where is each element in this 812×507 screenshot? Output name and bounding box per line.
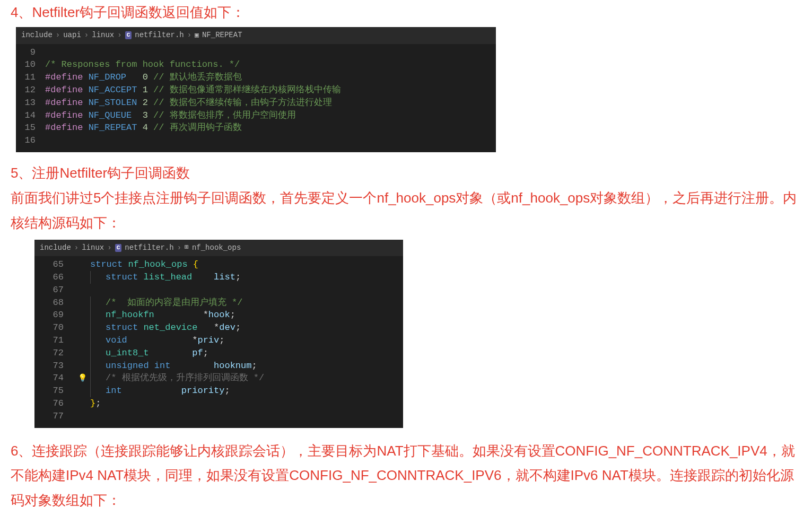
code-content-1[interactable]: 910/* Responses from hook functions. */1… (16, 44, 496, 152)
line-number: 72 (34, 347, 74, 360)
code-text[interactable]: /* Responses from hook functions. */ (45, 58, 496, 71)
line-number: 73 (34, 360, 74, 372)
code-line[interactable]: 15#define NF_REPEAT 4 // 再次调用钩子函数 (16, 121, 496, 134)
line-number: 69 (34, 309, 74, 321)
code-line[interactable]: 67 (34, 284, 403, 296)
code-line[interactable]: 13#define NF_STOLEN 2 // 数据包不继续传输，由钩子方法进… (16, 97, 496, 109)
line-number: 74 (34, 372, 74, 384)
section6-paragraph: 6、连接跟踪（连接跟踪能够让内核跟踪会话），主要目标为NAT打下基础。如果没有设… (11, 439, 801, 507)
line-number: 66 (34, 271, 74, 284)
line-number: 10 (16, 58, 45, 71)
breadcrumb-symbol[interactable]: NF_REPEAT (202, 30, 242, 41)
chevron-right-icon: › (107, 243, 111, 254)
code-line[interactable]: 11#define NF_DROP 0 // 默认地丢弃数据包 (16, 71, 496, 84)
line-number: 70 (34, 321, 74, 334)
line-number: 11 (16, 71, 45, 84)
code-line[interactable]: 16 (16, 134, 496, 147)
code-line[interactable]: 66struct list_head list; (34, 271, 403, 284)
code-text[interactable]: void *priv; (90, 334, 403, 347)
lightbulb-icon[interactable]: 💡 (78, 374, 87, 382)
line-number: 16 (16, 134, 45, 147)
code-line[interactable]: 65struct nf_hook_ops { (34, 258, 403, 271)
line-number: 77 (34, 410, 74, 423)
c-file-icon: C (125, 31, 132, 39)
code-text[interactable]: /* 如面的内容是由用户填充 */ (90, 296, 403, 309)
breadcrumb-part[interactable]: include (21, 30, 53, 41)
code-text[interactable]: #define NF_STOLEN 2 // 数据包不继续传输，由钩子方法进行处… (45, 97, 496, 109)
code-line[interactable]: 76}; (34, 397, 403, 410)
breadcrumb-2[interactable]: include › linux › C netfilter.h › ⊞ nf_h… (34, 240, 403, 257)
breadcrumb-part[interactable]: uapi (63, 30, 81, 41)
code-text[interactable]: struct net_device *dev; (90, 321, 403, 334)
code-text[interactable]: struct list_head list; (90, 271, 403, 284)
line-number: 65 (34, 258, 74, 271)
code-line[interactable]: 9 (16, 46, 496, 59)
code-line[interactable]: 14#define NF_QUEUE 3 // 将数据包排序，供用户空间使用 (16, 109, 496, 122)
code-line[interactable]: 71void *priv; (34, 334, 403, 347)
chevron-right-icon: › (84, 30, 89, 41)
code-line[interactable]: 69nf_hookfn *hook; (34, 309, 403, 321)
line-number: 68 (34, 296, 74, 309)
code-content-2[interactable]: 65struct nf_hook_ops {66struct list_head… (34, 256, 403, 427)
section4-heading: 4、Netfilter钩子回调函数返回值如下： (11, 2, 812, 23)
breadcrumb-part[interactable]: include (40, 243, 71, 254)
section5-paragraph: 前面我们讲过5个挂接点注册钩子回调函数，首先要定义一个nf_hook_ops对象… (11, 186, 801, 235)
line-number: 9 (16, 46, 45, 59)
code-text[interactable]: struct nf_hook_ops { (90, 258, 403, 271)
c-file-icon: C (115, 244, 122, 252)
code-text[interactable]: /* 根据优先级，升序排列回调函数 */ (90, 372, 403, 384)
line-number: 67 (34, 284, 74, 296)
line-number: 75 (34, 384, 74, 397)
line-number: 12 (16, 84, 45, 97)
code-line[interactable]: 75int priority; (34, 384, 403, 397)
breadcrumb-part[interactable]: linux (92, 30, 114, 41)
code-text[interactable]: unsigned int hooknum; (90, 360, 403, 372)
breadcrumb-symbol[interactable]: nf_hook_ops (192, 243, 241, 254)
chevron-right-icon: › (187, 30, 191, 41)
code-block-2: include › linux › C netfilter.h › ⊞ nf_h… (34, 240, 403, 428)
code-line[interactable]: 10/* Responses from hook functions. */ (16, 58, 496, 71)
code-text[interactable]: #define NF_ACCEPT 1 // 数据包像通常那样继续在内核网络栈中… (45, 84, 496, 97)
gutter: 💡 (74, 372, 90, 384)
code-line[interactable]: 73unsigned int hooknum; (34, 360, 403, 372)
code-text[interactable]: #define NF_DROP 0 // 默认地丢弃数据包 (45, 71, 496, 84)
code-text[interactable]: #define NF_QUEUE 3 // 将数据包排序，供用户空间使用 (45, 109, 496, 122)
code-line[interactable]: 72u_int8_t pf; (34, 347, 403, 360)
code-text[interactable]: #define NF_REPEAT 4 // 再次调用钩子函数 (45, 121, 496, 134)
section5-heading: 5、注册Netfilter钩子回调函数 (11, 163, 812, 183)
line-number: 14 (16, 109, 45, 122)
code-line[interactable]: 77 (34, 410, 403, 423)
line-number: 71 (34, 334, 74, 347)
chevron-right-icon: › (117, 30, 121, 41)
chevron-right-icon: › (56, 30, 60, 41)
struct-icon: ⊞ (185, 243, 189, 252)
code-block-1: include › uapi › linux › C netfilter.h ›… (16, 27, 496, 152)
code-line[interactable]: 74💡/* 根据优先级，升序排列回调函数 */ (34, 372, 403, 384)
line-number: 15 (16, 121, 45, 134)
code-line[interactable]: 70struct net_device *dev; (34, 321, 403, 334)
code-text[interactable]: u_int8_t pf; (90, 347, 403, 360)
breadcrumb-part[interactable]: linux (82, 243, 104, 254)
line-number: 76 (34, 397, 74, 410)
code-line[interactable]: 68/* 如面的内容是由用户填充 */ (34, 296, 403, 309)
chevron-right-icon: › (74, 243, 78, 254)
code-text[interactable]: nf_hookfn *hook; (90, 309, 403, 321)
breadcrumb-file[interactable]: netfilter.h (125, 243, 173, 254)
line-number: 13 (16, 97, 45, 109)
symbol-icon: ▣ (195, 31, 199, 40)
code-text[interactable]: int priority; (90, 384, 403, 397)
code-line[interactable]: 12#define NF_ACCEPT 1 // 数据包像通常那样继续在内核网络… (16, 84, 496, 97)
code-text[interactable]: }; (90, 397, 403, 410)
chevron-right-icon: › (177, 243, 181, 254)
breadcrumb-1[interactable]: include › uapi › linux › C netfilter.h ›… (16, 27, 496, 44)
breadcrumb-file[interactable]: netfilter.h (135, 30, 184, 41)
